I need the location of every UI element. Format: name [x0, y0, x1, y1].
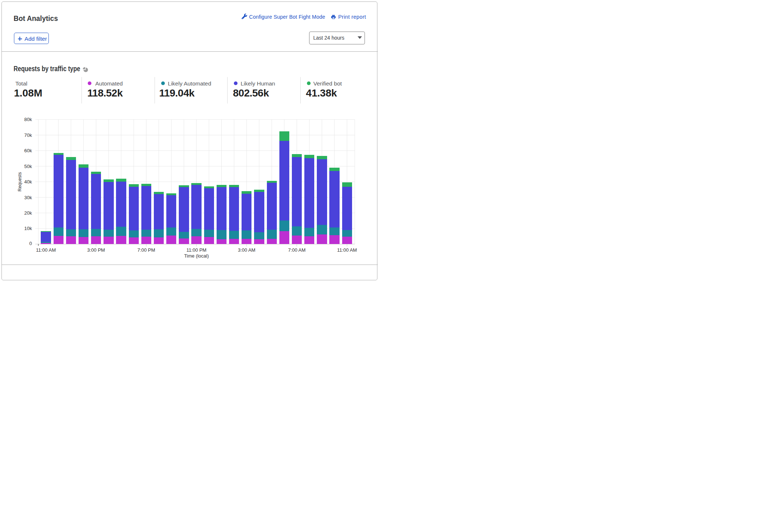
svg-text:Requests: Requests: [17, 172, 22, 192]
svg-text:70k: 70k: [24, 132, 32, 138]
svg-text:3:00 AM: 3:00 AM: [238, 247, 256, 253]
svg-text:7:00 AM: 7:00 AM: [288, 247, 306, 253]
svg-text:40k: 40k: [24, 179, 32, 185]
svg-text:11:00 AM: 11:00 AM: [337, 247, 357, 253]
svg-text:10k: 10k: [24, 226, 32, 231]
svg-text:60k: 60k: [24, 148, 32, 153]
svg-text:Time (local): Time (local): [184, 253, 209, 259]
svg-text:11:00 PM: 11:00 PM: [186, 247, 207, 253]
svg-text:20k: 20k: [24, 210, 32, 216]
svg-text:3:00 PM: 3:00 PM: [87, 247, 105, 253]
svg-text:11:00 AM: 11:00 AM: [36, 247, 56, 253]
svg-text:80k: 80k: [24, 117, 32, 122]
svg-text:50k: 50k: [24, 164, 32, 169]
svg-text:0: 0: [29, 241, 32, 246]
svg-text:30k: 30k: [24, 195, 32, 200]
svg-text:7:00 PM: 7:00 PM: [137, 247, 155, 253]
